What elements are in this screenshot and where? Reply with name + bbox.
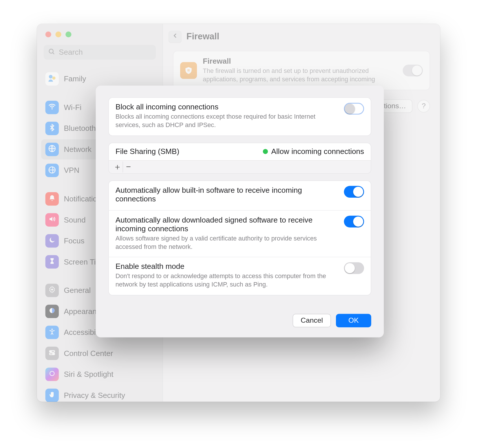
- auto-builtin-toggle[interactable]: [344, 186, 364, 198]
- block-all-desc: Blocks all incoming connections except t…: [116, 113, 338, 130]
- block-all-row: Block all incoming connections Blocks al…: [109, 98, 371, 135]
- apps-table: File Sharing (SMB) Allow incoming connec…: [108, 142, 371, 173]
- stealth-title: Enable stealth mode: [116, 262, 338, 271]
- auto-builtin-title: Automatically allow built-in software to…: [116, 186, 338, 203]
- auto-signed-title: Automatically allow downloaded signed so…: [116, 216, 338, 233]
- remove-app-button[interactable]: −: [123, 161, 134, 172]
- stealth-desc: Don't respond to or acknowledge attempts…: [116, 272, 338, 289]
- stealth-toggle[interactable]: [344, 262, 364, 274]
- auto-builtin-row: Automatically allow built-in software to…: [109, 181, 371, 210]
- auto-signed-desc: Allows software signed by a valid certif…: [116, 234, 338, 251]
- auto-signed-row: Automatically allow downloaded signed so…: [109, 210, 371, 257]
- cancel-button[interactable]: Cancel: [293, 314, 331, 327]
- app-name: File Sharing (SMB): [116, 147, 179, 156]
- plus-icon: ＋: [113, 161, 122, 172]
- block-all-toggle[interactable]: [344, 103, 364, 115]
- table-row[interactable]: File Sharing (SMB) Allow incoming connec…: [109, 143, 371, 160]
- status-dot-icon: [263, 149, 268, 154]
- block-all-title: Block all incoming connections: [116, 103, 338, 111]
- ok-button[interactable]: OK: [336, 314, 371, 327]
- add-app-button[interactable]: ＋: [112, 161, 123, 172]
- auto-signed-toggle[interactable]: [344, 216, 364, 227]
- minus-icon: −: [126, 162, 131, 172]
- stealth-row: Enable stealth mode Don't respond to or …: [109, 257, 371, 295]
- status-text: Allow incoming connections: [271, 147, 364, 156]
- firewall-options-modal: Block all incoming connections Blocks al…: [96, 86, 384, 337]
